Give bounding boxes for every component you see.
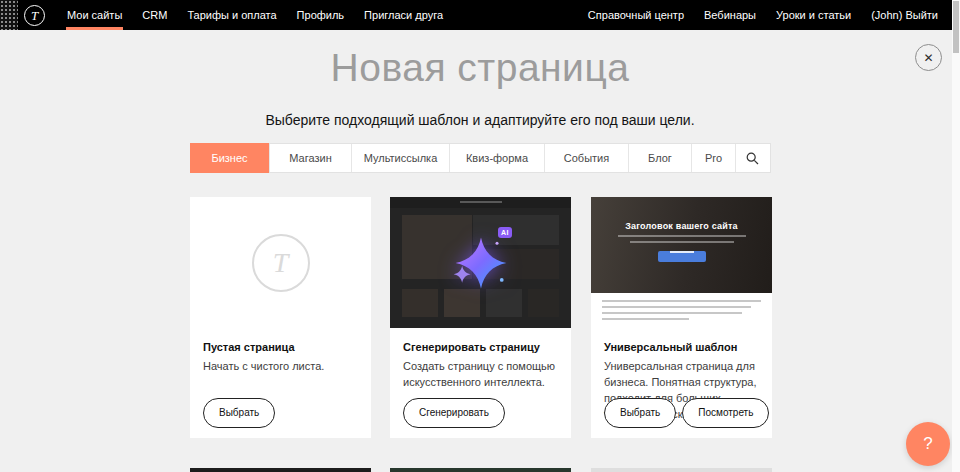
scrollbar[interactable] <box>952 0 960 472</box>
card-body: Сгенерировать страницу Создать страницу … <box>390 328 571 391</box>
preview-text-line <box>602 312 742 314</box>
empty-page-preview: T <box>190 197 371 328</box>
topbar: T Мои сайты CRM Тарифы и оплата Профиль … <box>0 0 960 30</box>
template-card-ai-generate: AI Сгенерировать страницу Создать страни… <box>390 197 571 438</box>
template-card-empty-page: T Пустая страница Начать с чистого листа… <box>190 197 371 438</box>
choose-universal-button[interactable]: Выбрать <box>604 398 676 428</box>
preview-heading: Заголовок вашего сайта <box>591 197 772 231</box>
card-title: Сгенерировать страницу <box>403 341 558 353</box>
scrollbar-thumb[interactable] <box>953 1 959 53</box>
view-universal-button[interactable]: Посмотреть <box>682 398 769 428</box>
card-description: Создать страницу с помощью искусственног… <box>403 359 558 391</box>
nav-logout[interactable]: (John) Выйти <box>861 0 948 30</box>
search-icon <box>746 152 759 165</box>
page-title: Новая страница <box>0 46 960 90</box>
close-button[interactable]: ✕ <box>915 44 942 71</box>
tab-business[interactable]: Бизнес <box>190 143 269 173</box>
template-card-universal: Заголовок вашего сайта Универсальный шаб… <box>591 197 772 438</box>
nav-webinars[interactable]: Вебинары <box>694 0 766 30</box>
tab-multilink[interactable]: Мультиссылка <box>351 144 449 172</box>
card-body: Пустая страница Начать с чистого листа. <box>190 328 371 375</box>
preview-text-line <box>602 318 689 320</box>
tab-quiz-form[interactable]: Квиз-форма <box>449 144 544 172</box>
universal-template-preview: Заголовок вашего сайта <box>591 197 772 328</box>
preview-hero-section: Заголовок вашего сайта <box>591 197 772 293</box>
nav-crm[interactable]: CRM <box>132 0 177 30</box>
tilda-logo[interactable]: T <box>24 5 45 26</box>
preview-cta-button <box>658 251 706 262</box>
tab-pro[interactable]: Pro <box>691 144 735 172</box>
topbar-nav-right: Справочный центр Вебинары Уроки и статьи… <box>578 0 960 30</box>
card-title: Пустая страница <box>203 341 358 353</box>
tilda-watermark-letter: T <box>273 247 289 279</box>
next-row-card-preview <box>190 468 371 472</box>
card-actions: Выбрать Посмотреть <box>604 398 769 428</box>
nav-invite-friend[interactable]: Пригласи друга <box>354 0 453 30</box>
ai-badge: AI <box>498 227 512 238</box>
preview-text-line <box>618 235 746 237</box>
tab-blog[interactable]: Блог <box>628 144 691 172</box>
card-description: Начать с чистого листа. <box>203 359 358 375</box>
nav-my-sites[interactable]: Мои сайты <box>57 0 132 30</box>
card-actions: Сгенерировать <box>403 398 505 428</box>
choose-empty-page-button[interactable]: Выбрать <box>203 398 275 428</box>
preview-text-line <box>602 300 761 302</box>
topbar-nav-left: Мои сайты CRM Тарифы и оплата Профиль Пр… <box>57 0 453 30</box>
tab-shop[interactable]: Магазин <box>269 144 351 172</box>
preview-text-line <box>630 241 734 243</box>
help-button[interactable]: ? <box>906 422 950 466</box>
nav-profile[interactable]: Профиль <box>287 0 355 30</box>
template-category-tabs: Бизнес Магазин Мультиссылка Квиз-форма С… <box>190 143 771 173</box>
page-subtitle: Выберите подходящий шаблон и адаптируйте… <box>0 112 960 128</box>
decorative-texture <box>0 0 18 30</box>
preview-text-section <box>591 293 772 328</box>
nav-lessons-articles[interactable]: Уроки и статьи <box>766 0 861 30</box>
tilda-watermark-icon: T <box>252 234 310 292</box>
close-icon: ✕ <box>923 51 933 65</box>
nav-help-center[interactable]: Справочный центр <box>578 0 694 30</box>
generate-page-button[interactable]: Сгенерировать <box>403 398 505 428</box>
tab-search[interactable] <box>735 144 769 172</box>
nav-plans-payment[interactable]: Тарифы и оплата <box>177 0 286 30</box>
card-actions: Выбрать <box>203 398 275 428</box>
preview-text-line <box>602 306 751 308</box>
card-title: Универсальный шаблон <box>604 341 759 353</box>
tab-events[interactable]: События <box>544 144 628 172</box>
tilda-logo-letter: T <box>31 9 38 22</box>
ai-generate-preview: AI <box>390 197 571 328</box>
next-row-card-preview <box>390 468 571 472</box>
next-row-card-preview <box>591 468 772 472</box>
ai-sparkle-icon <box>448 230 514 296</box>
